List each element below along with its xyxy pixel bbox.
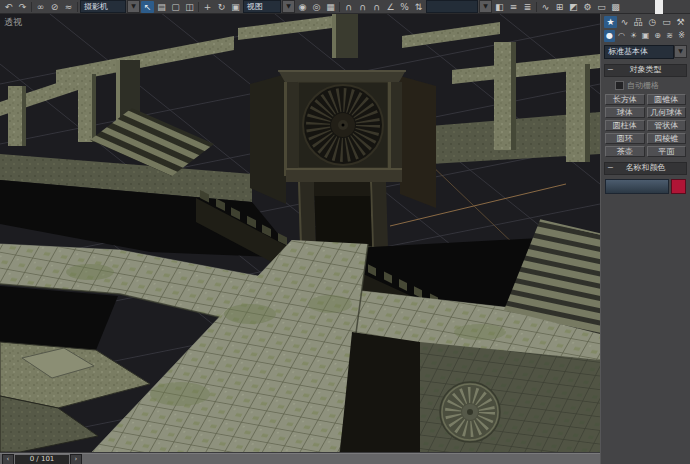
redo-icon[interactable]: ↷ bbox=[16, 1, 29, 13]
cylinder-button[interactable]: 圆柱体 bbox=[605, 120, 645, 131]
select-and-scale-icon[interactable]: ▣ bbox=[229, 1, 242, 13]
bind-to-space-warp-icon[interactable]: ≈ bbox=[62, 1, 75, 13]
coord-system-value: 视图 bbox=[247, 2, 263, 11]
time-slider-track[interactable] bbox=[0, 453, 600, 464]
previous-frame-icon[interactable]: ‹ bbox=[2, 454, 14, 464]
align-icon[interactable]: ≡ bbox=[507, 1, 520, 13]
toolbar-separator bbox=[536, 2, 537, 12]
object-type-buttons: 长方体圆锥体球体几何球体圆柱体管状体圆环四棱锥茶壶平面 bbox=[605, 94, 686, 157]
command-panel: ★∿品◷▭⚒ ●◠☀▣⊕≋※ 标准基本体 ▼ − 对象类型 自动栅格 长方体圆锥… bbox=[600, 14, 690, 464]
spinner-snap-icon[interactable]: ⇅ bbox=[412, 1, 425, 13]
name-color-rollout-title: 名称和颜色 bbox=[626, 163, 666, 172]
undo-icon[interactable]: ↶ bbox=[2, 1, 15, 13]
torus-button[interactable]: 圆环 bbox=[605, 133, 645, 144]
selection-filter-arrow-icon[interactable]: ▼ bbox=[127, 0, 140, 13]
named-selection-arrow-icon[interactable]: ▼ bbox=[479, 0, 492, 13]
coord-system-arrow-icon[interactable]: ▼ bbox=[282, 0, 295, 13]
category-dropdown[interactable]: 标准基本体 bbox=[604, 45, 674, 59]
window-crossing-icon[interactable]: ◫ bbox=[183, 1, 196, 13]
unlink-selection-icon[interactable]: ⊘ bbox=[48, 1, 61, 13]
subtab-lights[interactable]: ☀ bbox=[628, 30, 639, 42]
use-pivot-center-icon[interactable]: ◉ bbox=[296, 1, 309, 13]
material-editor-icon[interactable]: ◩ bbox=[567, 1, 580, 13]
white-marker bbox=[655, 0, 663, 15]
schematic-view-icon[interactable]: ⊞ bbox=[553, 1, 566, 13]
snap-toggle-3d-icon[interactable]: ∩ bbox=[370, 1, 383, 13]
main-toolbar: ↶↷ ∞⊘≈ 摄影机 ▼ ↖▤▢◫ +↻▣ 视图 ▼ ◉◎▦ ∩∩∩∠%⇅ ▼ … bbox=[0, 0, 690, 14]
rendered-frame-icon[interactable]: ▭ bbox=[595, 1, 608, 13]
toolbar-separator bbox=[31, 2, 32, 12]
tab-display[interactable]: ▭ bbox=[660, 16, 673, 28]
angle-snap-icon[interactable]: ∠ bbox=[384, 1, 397, 13]
cone-button[interactable]: 圆锥体 bbox=[647, 94, 687, 105]
pyramid-button[interactable]: 四棱锥 bbox=[647, 133, 687, 144]
percent-snap-icon[interactable]: % bbox=[398, 1, 411, 13]
named-selection-field[interactable] bbox=[426, 0, 478, 13]
subtab-shapes[interactable]: ◠ bbox=[616, 30, 627, 42]
tab-create[interactable]: ★ bbox=[604, 16, 617, 28]
autogrid-row: 自动栅格 bbox=[615, 80, 690, 91]
create-subtabs: ●◠☀▣⊕≋※ bbox=[601, 28, 690, 42]
object-type-rollout-title: 对象类型 bbox=[630, 65, 662, 74]
curve-editor-icon[interactable]: ∿ bbox=[539, 1, 552, 13]
select-and-move-icon[interactable]: + bbox=[201, 1, 214, 13]
toolbar-separator bbox=[77, 2, 78, 12]
perspective-viewport[interactable]: 透视 bbox=[0, 14, 600, 452]
viewport-scene bbox=[0, 14, 600, 452]
object-name-field[interactable] bbox=[605, 179, 669, 194]
subtab-cameras[interactable]: ▣ bbox=[640, 30, 651, 42]
autogrid-checkbox[interactable] bbox=[615, 81, 624, 90]
subtab-space-warps[interactable]: ≋ bbox=[664, 30, 675, 42]
tab-utilities[interactable]: ⚒ bbox=[674, 16, 687, 28]
time-slider: ‹ 0 / 101 › bbox=[0, 452, 600, 464]
snap-toggle-25d-icon[interactable]: ∩ bbox=[356, 1, 369, 13]
tab-motion[interactable]: ◷ bbox=[646, 16, 659, 28]
layer-manager-icon[interactable]: ≣ bbox=[521, 1, 534, 13]
next-frame-icon[interactable]: › bbox=[70, 454, 82, 464]
plane-button[interactable]: 平面 bbox=[647, 146, 687, 157]
object-color-swatch[interactable] bbox=[671, 179, 686, 194]
object-type-rollout-header[interactable]: − 对象类型 bbox=[604, 64, 687, 77]
viewport-label[interactable]: 透视 bbox=[4, 16, 22, 29]
tab-hierarchy[interactable]: 品 bbox=[632, 16, 645, 28]
command-panel-tabs: ★∿品◷▭⚒ bbox=[601, 14, 690, 28]
select-and-manipulate-icon[interactable]: ◎ bbox=[310, 1, 323, 13]
select-and-link-icon[interactable]: ∞ bbox=[34, 1, 47, 13]
box-button[interactable]: 长方体 bbox=[605, 94, 645, 105]
rollout-collapse-icon[interactable]: − bbox=[607, 163, 614, 173]
autogrid-label: 自动栅格 bbox=[627, 80, 659, 91]
name-color-rollout-header[interactable]: − 名称和颜色 bbox=[604, 162, 687, 175]
subtab-systems[interactable]: ※ bbox=[676, 30, 687, 42]
toolbar-separator bbox=[198, 2, 199, 12]
category-dropdown-value: 标准基本体 bbox=[608, 47, 648, 56]
3dsmax-window: ↶↷ ∞⊘≈ 摄影机 ▼ ↖▤▢◫ +↻▣ 视图 ▼ ◉◎▦ ∩∩∩∠%⇅ ▼ … bbox=[0, 0, 690, 464]
subtab-geometry[interactable]: ● bbox=[604, 30, 615, 42]
category-dropdown-arrow-icon[interactable]: ▼ bbox=[674, 45, 687, 58]
tube-button[interactable]: 管状体 bbox=[647, 120, 687, 131]
select-by-name-icon[interactable]: ▤ bbox=[155, 1, 168, 13]
render-setup-icon[interactable]: ⚙ bbox=[581, 1, 594, 13]
render-production-icon[interactable]: ▩ bbox=[609, 1, 622, 13]
subtab-helpers[interactable]: ⊕ bbox=[652, 30, 663, 42]
rollout-collapse-icon[interactable]: − bbox=[607, 65, 614, 75]
tab-modify[interactable]: ∿ bbox=[618, 16, 631, 28]
select-object-icon[interactable]: ↖ bbox=[141, 1, 154, 13]
teapot-button[interactable]: 茶壶 bbox=[605, 146, 645, 157]
selection-region-icon[interactable]: ▢ bbox=[169, 1, 182, 13]
toolbar-separator bbox=[339, 2, 340, 12]
select-and-rotate-icon[interactable]: ↻ bbox=[215, 1, 228, 13]
snap-toggle-2d-icon[interactable]: ∩ bbox=[342, 1, 355, 13]
coord-system-dropdown[interactable]: 视图 bbox=[243, 0, 281, 13]
selection-filter-value: 摄影机 bbox=[84, 2, 108, 11]
sphere-button[interactable]: 球体 bbox=[605, 107, 645, 118]
time-slider-handle[interactable]: 0 / 101 bbox=[14, 454, 70, 464]
mirror-icon[interactable]: ◧ bbox=[493, 1, 506, 13]
keyboard-override-icon[interactable]: ▦ bbox=[324, 1, 337, 13]
geosphere-button[interactable]: 几何球体 bbox=[647, 107, 687, 118]
selection-filter-dropdown[interactable]: 摄影机 bbox=[80, 0, 126, 13]
